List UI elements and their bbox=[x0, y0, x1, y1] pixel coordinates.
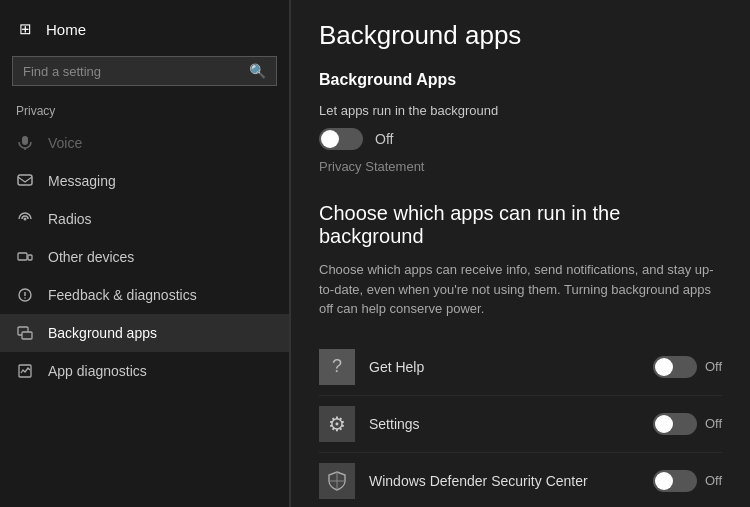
main-toggle-thumb bbox=[321, 130, 339, 148]
settings-app-icon: ⚙ bbox=[319, 406, 355, 442]
privacy-statement-link[interactable]: Privacy Statement bbox=[319, 159, 425, 174]
choose-section-title: Choose which apps can run in the backgro… bbox=[319, 202, 722, 248]
svg-rect-4 bbox=[18, 253, 27, 260]
get-help-name: Get Help bbox=[369, 359, 639, 375]
feedback-icon bbox=[16, 286, 34, 304]
search-icon[interactable]: 🔍 bbox=[249, 63, 266, 79]
defender-icon bbox=[319, 463, 355, 499]
get-help-toggle[interactable] bbox=[653, 356, 697, 378]
get-help-toggle-label: off bbox=[705, 359, 722, 374]
get-help-toggle-track bbox=[653, 356, 697, 378]
app-row-defender: Windows Defender Security Center off bbox=[319, 453, 722, 508]
sidebar-item-background-apps[interactable]: Background apps bbox=[0, 314, 289, 352]
sidebar-item-app-diagnostics[interactable]: App diagnostics bbox=[0, 352, 289, 390]
defender-app-name: Windows Defender Security Center bbox=[369, 473, 639, 489]
settings-toggle-row: off bbox=[653, 413, 722, 435]
main-content: Background apps Background Apps Let apps… bbox=[291, 0, 750, 507]
app-row-settings: ⚙ Settings off bbox=[319, 396, 722, 453]
main-toggle[interactable] bbox=[319, 128, 363, 150]
settings-toggle-label: off bbox=[705, 416, 722, 431]
defender-toggle-track bbox=[653, 470, 697, 492]
sidebar-item-radios[interactable]: Radios bbox=[0, 200, 289, 238]
defender-toggle[interactable] bbox=[653, 470, 697, 492]
sidebar-app-diagnostics-label: App diagnostics bbox=[48, 363, 147, 379]
get-help-question-icon: ? bbox=[332, 356, 342, 377]
gear-icon: ⚙ bbox=[328, 412, 346, 436]
settings-toggle[interactable] bbox=[653, 413, 697, 435]
settings-toggle-track bbox=[653, 413, 697, 435]
sidebar-messaging-label: Messaging bbox=[48, 173, 116, 189]
sidebar-item-messaging[interactable]: Messaging bbox=[0, 162, 289, 200]
sidebar-voice-label: Voice bbox=[48, 135, 82, 151]
main-toggle-row: Off bbox=[319, 128, 722, 150]
sidebar-radios-label: Radios bbox=[48, 211, 92, 227]
svg-point-8 bbox=[24, 297, 26, 299]
let-apps-label: Let apps run in the background bbox=[319, 103, 722, 118]
svg-rect-2 bbox=[18, 175, 32, 185]
app-row-get-help: ? Get Help off bbox=[319, 339, 722, 396]
sidebar-feedback-label: Feedback & diagnostics bbox=[48, 287, 197, 303]
choose-description: Choose which apps can receive info, send… bbox=[319, 260, 722, 319]
get-help-icon: ? bbox=[319, 349, 355, 385]
sidebar-item-feedback-diagnostics[interactable]: Feedback & diagnostics bbox=[0, 276, 289, 314]
get-help-toggle-thumb bbox=[655, 358, 673, 376]
search-input[interactable] bbox=[23, 64, 249, 79]
settings-app-name: Settings bbox=[369, 416, 639, 432]
main-toggle-label: Off bbox=[375, 131, 393, 147]
sidebar-item-voice[interactable]: Voice bbox=[0, 124, 289, 162]
shield-icon bbox=[326, 470, 348, 492]
message-icon bbox=[16, 172, 34, 190]
sidebar-item-home[interactable]: ⊞ Home bbox=[0, 10, 289, 48]
sidebar-home-label: Home bbox=[46, 21, 86, 38]
main-toggle-track bbox=[319, 128, 363, 150]
sidebar-group-label: Privacy bbox=[0, 98, 289, 124]
app-diagnostics-icon bbox=[16, 362, 34, 380]
mic-icon bbox=[16, 134, 34, 152]
svg-rect-5 bbox=[28, 255, 32, 260]
svg-point-3 bbox=[24, 218, 27, 221]
defender-toggle-label: off bbox=[705, 473, 722, 488]
devices-icon bbox=[16, 248, 34, 266]
get-help-toggle-row: off bbox=[653, 356, 722, 378]
settings-toggle-thumb bbox=[655, 415, 673, 433]
home-icon: ⊞ bbox=[16, 20, 34, 38]
background-apps-icon bbox=[16, 324, 34, 342]
sidebar: ⊞ Home 🔍 Privacy Voice Messaging Radios … bbox=[0, 0, 290, 507]
defender-toggle-thumb bbox=[655, 472, 673, 490]
page-title: Background apps bbox=[319, 20, 722, 51]
svg-rect-10 bbox=[22, 332, 32, 339]
background-apps-section-title: Background Apps bbox=[319, 71, 722, 89]
svg-rect-0 bbox=[22, 136, 28, 145]
radio-icon bbox=[16, 210, 34, 228]
sidebar-item-other-devices[interactable]: Other devices bbox=[0, 238, 289, 276]
defender-toggle-row: off bbox=[653, 470, 722, 492]
sidebar-background-apps-label: Background apps bbox=[48, 325, 157, 341]
sidebar-other-devices-label: Other devices bbox=[48, 249, 134, 265]
sidebar-search-box: 🔍 bbox=[12, 56, 277, 86]
